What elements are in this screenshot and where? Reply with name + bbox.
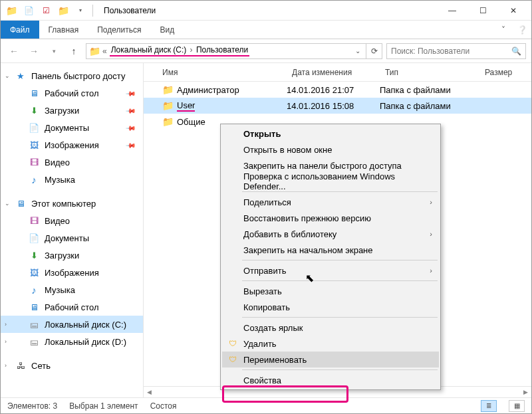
tab-file[interactable]: Файл (1, 21, 39, 39)
nav-pc-music[interactable]: Музыка (1, 281, 143, 298)
nav-desktop[interactable]: Рабочий стол📌 (1, 84, 143, 102)
tab-share[interactable]: Поделиться (88, 21, 150, 39)
download-icon (29, 105, 39, 116)
search-input[interactable]: Поиск: Пользователи 🔍 (386, 43, 526, 59)
maximize-button[interactable]: ☐ (467, 1, 498, 21)
pin-icon: 📌 (126, 88, 136, 98)
back-button[interactable]: ← (6, 43, 22, 59)
up-button[interactable]: ↑ (66, 43, 82, 59)
menu-cut[interactable]: Вырезать (222, 283, 439, 299)
menu-open-new-window[interactable]: Открыть в новом окне (222, 142, 439, 157)
nav-local-disk-c[interactable]: ›Локальный диск (C:) (1, 316, 143, 333)
chevron-right-icon: › (430, 266, 432, 274)
breadcrumb-folder[interactable]: Пользователи (195, 45, 249, 54)
menu-rename[interactable]: Переименовать (222, 352, 439, 367)
context-menu: Открыть Открыть в новом окне Закрепить н… (220, 124, 441, 390)
nav-videos[interactable]: Видео (1, 154, 143, 171)
folder-icon (162, 100, 173, 111)
divider (92, 5, 93, 17)
scroll-right[interactable]: ▶ (520, 387, 531, 398)
menu-share[interactable]: Поделиться› (222, 194, 439, 210)
search-icon: 🔍 (511, 47, 521, 56)
chevron-right-icon[interactable]: › (190, 45, 193, 54)
nav-pc-desktop[interactable]: Рабочий стол (1, 298, 143, 316)
qat-folder[interactable] (55, 3, 71, 18)
nav-network[interactable]: ›Сеть (1, 357, 143, 374)
ribbon-expand-button[interactable]: ˅ (494, 21, 513, 39)
menu-delete[interactable]: Удалить (222, 336, 439, 352)
video-icon (29, 215, 39, 226)
recent-dropdown[interactable]: ▾ (46, 43, 62, 59)
document-icon (29, 233, 39, 243)
shield-icon (227, 354, 238, 365)
folder-icon (3, 3, 19, 18)
status-bar: Элементов: 3 Выбран 1 элемент Состоя ≣ ▦ (1, 397, 531, 413)
menu-restore-previous[interactable]: Восстановить прежнюю версию (222, 210, 439, 226)
navigation-pane: ⌄Панель быстрого досту Рабочий стол📌 Заг… (1, 63, 144, 397)
nav-quick-access[interactable]: ⌄Панель быстрого досту (1, 67, 143, 84)
qat-properties[interactable]: 📄 (21, 3, 37, 18)
breadcrumb-overflow[interactable]: « (102, 47, 107, 56)
col-type[interactable]: Тип (380, 68, 479, 77)
shield-icon (227, 338, 238, 349)
address-bar-row: ← → ▾ ↑ « Локальный диск (C:) › Пользова… (1, 39, 531, 63)
tab-view[interactable]: Вид (150, 21, 184, 39)
menu-separator (242, 280, 438, 281)
folder-icon (162, 84, 173, 95)
tab-home[interactable]: Главная (39, 21, 88, 39)
nav-this-pc[interactable]: ⌄Этот компьютер (1, 195, 143, 212)
nav-local-disk-d[interactable]: ›Локальный диск (D:) (1, 333, 143, 350)
disk-icon (29, 319, 39, 330)
view-details-button[interactable]: ≣ (481, 400, 497, 412)
col-name[interactable]: Имя (144, 68, 287, 77)
nav-pictures[interactable]: Изображения📌 (1, 136, 143, 154)
music-icon (29, 174, 39, 185)
nav-downloads[interactable]: Загрузки📌 (1, 102, 143, 119)
nav-music[interactable]: Музыка (1, 171, 143, 188)
scroll-left[interactable]: ◀ (144, 387, 155, 398)
menu-add-to-library[interactable]: Добавить в библиотеку› (222, 226, 439, 242)
qat-dropdown[interactable]: ▾ (72, 3, 88, 18)
address-bar[interactable]: « Локальный диск (C:) › Пользователи ⌄ (86, 43, 366, 59)
status-state: Состоя (150, 401, 177, 411)
menu-open[interactable]: Открыть (222, 126, 439, 142)
view-icons-button[interactable]: ▦ (509, 400, 525, 412)
col-size[interactable]: Размер (479, 68, 531, 77)
nav-pc-videos[interactable]: Видео (1, 212, 143, 229)
image-icon (29, 140, 39, 150)
pin-icon: 📌 (126, 122, 136, 133)
quick-access-toolbar: 📄 ☑ ▾ (3, 3, 96, 18)
nav-pc-downloads[interactable]: Загрузки (1, 247, 143, 264)
qat-check[interactable]: ☑ (38, 3, 54, 18)
close-button[interactable]: ✕ (498, 1, 529, 21)
folder-icon (162, 116, 173, 127)
download-icon (29, 250, 39, 260)
breadcrumb-drive[interactable]: Локальный диск (C:) (110, 45, 188, 54)
network-icon (15, 360, 26, 371)
menu-properties[interactable]: Свойства (222, 372, 439, 388)
file-row[interactable]: Администратор 14.01.2016 21:07 Папка с ф… (144, 82, 531, 98)
menu-copy[interactable]: Копировать (222, 299, 439, 315)
column-headers: Имя Дата изменения Тип Размер (144, 63, 531, 82)
refresh-button[interactable]: ⟳ (366, 43, 382, 59)
menu-create-shortcut[interactable]: Создать ярлык (222, 320, 439, 336)
minimize-button[interactable]: — (437, 1, 467, 21)
disk-icon (29, 336, 39, 347)
nav-pc-pictures[interactable]: Изображения (1, 264, 143, 281)
monitor-icon (29, 88, 39, 98)
chevron-right-icon: › (430, 198, 432, 206)
col-date[interactable]: Дата изменения (287, 68, 380, 77)
star-icon (15, 70, 26, 81)
menu-send-to[interactable]: Отправить› (222, 262, 439, 278)
file-row-selected[interactable]: User 14.01.2016 15:08 Папка с файлами (144, 98, 531, 114)
status-count: Элементов: 3 (7, 401, 57, 411)
help-icon[interactable]: ❔ (513, 21, 531, 39)
explorer-window: 📄 ☑ ▾ Пользователи — ☐ ✕ Файл Главная По… (0, 0, 532, 414)
address-dropdown[interactable]: ⌄ (352, 47, 363, 54)
image-icon (29, 267, 39, 278)
forward-button[interactable]: → (26, 43, 42, 59)
menu-defender-scan[interactable]: Проверка с использованием Windows Defend… (222, 173, 439, 189)
menu-pin-to-start[interactable]: Закрепить на начальном экране (222, 242, 439, 258)
nav-pc-documents[interactable]: Документы (1, 229, 143, 247)
nav-documents[interactable]: Документы📌 (1, 119, 143, 136)
